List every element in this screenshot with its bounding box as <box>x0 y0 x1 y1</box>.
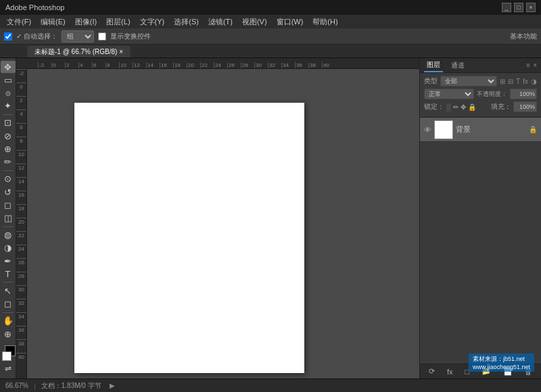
filter5-icon[interactable]: ◑ <box>531 78 537 85</box>
background-color[interactable] <box>2 351 11 361</box>
ruler-v-mark: 36 <box>16 326 26 339</box>
delete-layer-button[interactable]: 🗑 <box>523 366 534 377</box>
filter-icon[interactable]: ⊞ <box>500 78 505 85</box>
filter4-icon[interactable]: fx <box>523 78 528 85</box>
doc-info: 文档：1.83M/0 字节 <box>41 381 101 391</box>
layer-style-button[interactable]: fx <box>446 366 454 377</box>
ruler-h-mark: 2 <box>65 62 78 68</box>
ruler-v-mark: 2 <box>16 96 26 109</box>
ruler-v-mark: 12 <box>16 164 26 177</box>
new-layer-button[interactable]: 📄 <box>502 366 514 377</box>
status-arrow-icon[interactable]: ▶ <box>110 382 115 389</box>
layer-visibility-icon[interactable]: 👁 <box>424 126 431 134</box>
ruler-vertical: -20246810121416182022242628303234363840 <box>16 69 27 378</box>
ruler-h-mark: 32 <box>268 62 281 68</box>
ruler-h-mark: 24 <box>214 62 227 68</box>
swap-colors-icon[interactable]: ⇌ <box>5 364 11 373</box>
canvas-scroll[interactable] <box>27 69 419 378</box>
ruler-h-mark: 30 <box>254 62 268 68</box>
panel-menu-icon[interactable]: ≡ <box>526 62 530 69</box>
layer-mask-button[interactable]: □ <box>463 366 471 377</box>
tool-move[interactable]: ✥ <box>1 61 16 73</box>
layer-lock-icon: 🔒 <box>529 126 537 133</box>
link-layers-button[interactable]: ⟳ <box>427 366 436 377</box>
fill-input[interactable] <box>513 101 537 112</box>
show-transform-checkbox[interactable] <box>98 32 106 41</box>
minimize-button[interactable]: _ <box>502 3 511 12</box>
auto-select-dropdown[interactable]: 组 图层 <box>62 30 94 43</box>
tool-brush[interactable]: ✏ <box>1 156 16 168</box>
new-group-button[interactable]: 📁 <box>480 366 492 377</box>
ruler-v-mark: 30 <box>16 285 26 299</box>
tool-history[interactable]: ↺ <box>1 186 16 198</box>
lock-all-icon[interactable]: 🔒 <box>468 103 476 111</box>
lock-transparent-icon[interactable]: ░ <box>446 103 451 111</box>
opacity-input[interactable] <box>510 89 537 99</box>
tool-crop[interactable]: ⊡ <box>1 117 16 129</box>
tool-separator <box>3 312 14 313</box>
ruler-h-mark: 26 <box>227 62 241 68</box>
opacity-label: 不透明度： <box>477 90 507 99</box>
ruler-v-mark: 4 <box>16 109 26 123</box>
maximize-button[interactable]: □ <box>514 3 523 12</box>
tool-hand[interactable]: ✋ <box>1 315 16 327</box>
close-button[interactable]: × <box>526 3 536 12</box>
lock-pixels-icon[interactable]: ✏ <box>453 103 458 111</box>
fill-label: 填充： <box>491 102 511 112</box>
tab-layers[interactable]: 图层 <box>424 59 443 72</box>
menu-item-l[interactable]: 图层(L) <box>102 16 134 28</box>
ruler-v-mark: 0 <box>16 82 26 96</box>
menu-item-y[interactable]: 文字(Y) <box>136 16 169 28</box>
tool-path-select[interactable]: ↖ <box>1 285 16 297</box>
tool-pen[interactable]: ✒ <box>1 255 16 267</box>
ruler-v-mark: 16 <box>16 191 26 204</box>
kind-select[interactable]: 全部 <box>440 76 497 87</box>
filter2-icon[interactable]: ⊟ <box>508 78 513 85</box>
blend-mode-select[interactable]: 正常 溶解 变暗 <box>424 89 474 99</box>
ruler-h-mark: 4 <box>78 62 92 68</box>
tool-type[interactable]: T <box>1 268 16 280</box>
tool-lasso[interactable]: ⌾ <box>1 87 16 99</box>
document-tab[interactable]: 未标题-1 @ 66.7% (RGB/8) × <box>27 45 131 57</box>
tool-gradient[interactable]: ◫ <box>1 212 16 224</box>
lock-row: 锁定： ░ ✏ ✥ 🔒 填充： <box>424 101 537 112</box>
ruler-v-mark: -2 <box>16 69 26 82</box>
lock-position-icon[interactable]: ✥ <box>461 103 466 111</box>
ruler-h-mark: 16 <box>160 62 173 68</box>
tool-shape[interactable]: ◻ <box>1 298 16 310</box>
ruler-h-mark: 18 <box>173 62 187 68</box>
auto-select-checkbox[interactable] <box>4 32 12 41</box>
menu-item-f[interactable]: 文件(F) <box>3 16 35 28</box>
filter3-icon[interactable]: T <box>516 78 520 85</box>
layer-item[interactable]: 👁 背景 🔒 <box>420 118 541 142</box>
menu-item-w[interactable]: 窗口(W) <box>273 16 308 28</box>
panel-close-icon[interactable]: × <box>533 62 537 69</box>
tool-eyedropper[interactable]: ⊘ <box>1 130 16 142</box>
ruler-v-mark: 6 <box>16 123 26 137</box>
tool-zoom[interactable]: ⊕ <box>1 328 16 340</box>
ruler-h-mark: 22 <box>200 62 214 68</box>
menu-item-i[interactable]: 图像(I) <box>71 16 101 28</box>
tab-channels[interactable]: 通道 <box>448 59 467 72</box>
tool-dodge[interactable]: ◑ <box>1 242 16 254</box>
menu-item-t[interactable]: 滤镜(T) <box>204 16 237 28</box>
tool-eraser[interactable]: ◻ <box>1 199 16 211</box>
ruler-v-mark: 18 <box>16 204 26 218</box>
layer-thumbnail <box>434 120 453 139</box>
tool-separator <box>3 170 14 171</box>
tool-blur[interactable]: ◍ <box>1 228 16 241</box>
titlebar: Adobe Photoshop _ □ × <box>0 0 541 15</box>
ruler-v-mark: 40 <box>16 353 26 366</box>
menu-item-e[interactable]: 编辑(E) <box>37 16 70 28</box>
menu-item-s[interactable]: 选择(S) <box>170 16 203 28</box>
panel-footer: ⟳ fx □ 📁 📄 🗑 <box>420 364 541 378</box>
tool-heal[interactable]: ⊕ <box>1 143 16 155</box>
tool-magic-wand[interactable]: ✦ <box>1 100 16 112</box>
tool-clone[interactable]: ⊙ <box>1 173 16 185</box>
canvas-area[interactable]: -20246810121416182022242628303234363840 … <box>16 58 419 378</box>
menu-item-v[interactable]: 视图(V) <box>238 16 271 28</box>
tool-select-rect[interactable]: ▭ <box>1 74 16 86</box>
kind-row: 类型 全部 ⊞ ⊟ T fx ◑ <box>424 76 537 87</box>
menu-item-h[interactable]: 帮助(H) <box>308 16 342 28</box>
ruler-v-mark: 32 <box>16 299 26 312</box>
